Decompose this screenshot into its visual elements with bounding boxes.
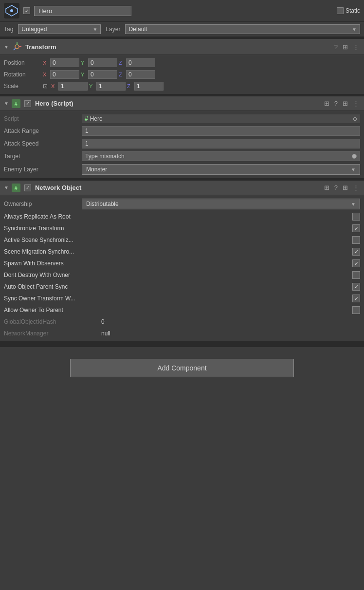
spawn-observers-label: Spawn With Observers [4,260,348,267]
dont-destroy-row: Dont Destroy With Owner [0,269,364,281]
scale-x-input[interactable] [58,82,88,91]
active-scene-row: Active Scene Synchroniz... [0,234,364,246]
hero-script-section-header[interactable]: ▼ # Hero (Script) ⊞ ? ⊞ ⋮ [0,96,364,111]
transform-help-icon[interactable]: ? [333,42,339,52]
pos-x-input[interactable] [50,58,79,67]
pos-z-label: Z [119,60,125,66]
network-enabled-checkbox[interactable] [24,184,31,191]
attack-range-row: Attack Range [0,125,364,137]
hero-settings-icon[interactable]: ⊞ [342,99,349,108]
hero-collapse-icon: ▼ [4,101,9,106]
spawn-observers-row: Spawn With Observers [0,258,364,269]
sync-owner-checkbox[interactable] [352,295,360,302]
tag-layer-row: Tag Untagged ▼ Layer Default ▼ [0,22,364,37]
dont-destroy-checkbox[interactable] [352,271,360,279]
global-id-label: GlobalObjectIdHash [4,318,101,325]
scale-label: Scale [4,83,43,90]
enemy-layer-value: Monster [86,166,107,173]
pos-y-input[interactable] [88,58,117,67]
rot-x-label: X [43,72,49,77]
active-scene-label: Active Scene Synchroniz... [4,237,348,243]
scale-y-input[interactable] [96,82,126,91]
object-enabled-checkbox[interactable] [23,7,30,14]
sync-transform-label: Synchronize Transform [4,225,348,232]
spawn-observers-checkbox[interactable] [352,259,360,267]
hero-hash-icon: # [12,99,20,108]
attack-range-input[interactable] [82,126,360,136]
auto-object-checkbox[interactable] [352,283,360,291]
enemy-layer-arrow-icon: ▼ [351,167,356,172]
always-replicate-row: Always Replicate As Root [0,211,364,222]
rot-x-input[interactable] [50,70,79,79]
scale-z-input[interactable] [134,82,164,91]
enemy-layer-dropdown[interactable]: Monster ▼ [82,164,360,175]
hero-menu-icon[interactable]: ⋮ [352,99,360,108]
auto-object-label: Auto Object Parent Sync [4,283,348,290]
scale-xyz: ⊡ X Y Z [43,82,360,91]
network-help-icon[interactable]: ? [333,183,339,192]
rot-y-input[interactable] [88,70,117,79]
tag-dropdown[interactable]: Untagged ▼ [18,24,101,34]
rot-z-input[interactable] [126,70,155,79]
allow-owner-checkbox[interactable] [352,306,360,314]
transform-section-header[interactable]: ▼ Transform ? ⊞ ⋮ [0,38,364,55]
scale-z-label: Z [127,83,133,89]
dont-destroy-label: Dont Destroy With Owner [4,272,348,278]
active-scene-checkbox[interactable] [352,236,360,244]
allow-owner-label: Allow Owner To Parent [4,307,348,313]
pos-z-input[interactable] [126,58,155,67]
pos-x-label: X [43,60,49,66]
script-goto-icon[interactable]: ⊙ [353,116,357,122]
ownership-label: Ownership [4,201,82,207]
script-value: # Hero ⊙ [82,114,360,123]
target-value: Type mismatch [85,153,125,160]
transform-section-icons: ? ⊞ ⋮ [333,42,360,52]
network-settings-icon[interactable]: ⊞ [342,183,349,192]
attack-speed-input[interactable] [82,139,360,148]
ownership-dropdown[interactable]: Distributable ▼ [82,199,360,209]
attack-speed-row: Attack Speed [0,137,364,150]
sync-transform-checkbox[interactable] [352,224,360,232]
target-label: Target [4,153,82,160]
static-checkbox[interactable] [337,7,344,14]
hero-grid-icon[interactable]: ⊞ [323,99,330,108]
hero-script-content: Script # Hero ⊙ Attack Range Attack Spee… [0,111,364,178]
scale-link-icon[interactable]: ⊡ [43,83,48,90]
add-component-button[interactable]: Add Component [70,359,294,377]
transform-menu-icon[interactable]: ⋮ [352,42,360,52]
pos-y-label: Y [81,60,87,66]
network-object-section-header[interactable]: ▼ # Network Object ⊞ ? ⊞ ⋮ [0,180,364,195]
rotation-row: Rotation X Y Z [0,69,364,80]
tag-dropdown-arrow-icon: ▼ [92,27,97,32]
attack-range-label: Attack Range [4,128,82,134]
top-bar: Static [0,0,364,22]
position-row: Position X Y Z [0,57,364,69]
enabled-cb[interactable] [23,7,30,14]
layer-dropdown[interactable]: Default ▼ [125,24,360,34]
target-indicator-icon [352,154,357,159]
target-field[interactable]: Type mismatch [82,151,360,161]
always-replicate-label: Always Replicate As Root [4,213,348,220]
hero-help-icon[interactable]: ? [333,99,339,108]
script-field-label: Script [4,115,82,122]
svg-point-3 [15,45,19,49]
hero-enabled-checkbox[interactable] [24,100,31,107]
sync-transform-row: Synchronize Transform [0,222,364,234]
hero-section-icons: ⊞ ? ⊞ ⋮ [323,99,360,108]
enemy-layer-label: Enemy Layer [4,166,82,173]
object-name-input[interactable] [34,6,131,16]
svg-point-2 [10,9,13,12]
scale-y-label: Y [89,83,95,89]
scene-migration-checkbox[interactable] [352,248,360,256]
network-grid-icon[interactable]: ⊞ [323,183,330,192]
scene-migration-label: Scene Migration Synchro... [4,248,348,255]
always-replicate-checkbox[interactable] [352,213,360,221]
scale-row: Scale ⊡ X Y Z [0,80,364,92]
transform-settings-icon[interactable]: ⊞ [342,42,349,52]
transform-title: Transform [25,43,330,51]
script-row: Script # Hero ⊙ [0,113,364,125]
static-toggle[interactable]: Static [337,7,360,14]
script-name-text: Hero [90,115,103,122]
enemy-layer-row: Enemy Layer Monster ▼ [0,163,364,176]
network-menu-icon[interactable]: ⋮ [352,183,360,192]
